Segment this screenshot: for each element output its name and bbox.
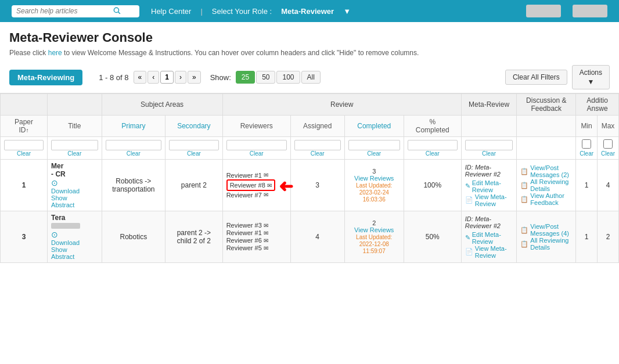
filter-secondary-input[interactable]	[169, 140, 219, 150]
filter-primary-clear[interactable]: Clear	[106, 150, 162, 157]
filter-metareview-clear[interactable]: Clear	[465, 150, 513, 157]
reviewer-item-3-2: Reviewer #1 ✉	[226, 229, 287, 236]
download-link-1[interactable]: Download	[51, 188, 80, 194]
title-icon-1: ⊙	[51, 178, 98, 188]
all-reviewing-details-3[interactable]: All Reviewing Details	[530, 237, 572, 251]
show-all-btn[interactable]: All	[301, 71, 321, 84]
cell-assigned-1: 3	[290, 160, 344, 211]
filter-metareview: Clear	[461, 137, 517, 160]
th-meta-review[interactable]	[461, 116, 517, 137]
table-row: 1 Mer- CR ⊙ Download Show Abstract Robot…	[1, 160, 619, 211]
col-group-discussion: Discussion & Feedback	[517, 94, 576, 116]
search-input[interactable]	[16, 7, 109, 15]
filter-min-clear[interactable]: Clear	[580, 150, 593, 157]
nav-separator: |	[200, 7, 202, 16]
view-post-msgs-3[interactable]: View/Post Messages (4)	[530, 223, 572, 237]
meta-view-3: 📄 View Meta-Review	[465, 245, 513, 259]
reviewer-highlighted-1-2: Reviewer #8 ✉	[226, 179, 275, 191]
reviewer-label-3-1: Reviewer #3	[226, 222, 262, 229]
filter-primary-input[interactable]	[106, 140, 162, 150]
view-author-feedback-1[interactable]: View Author Feedback	[530, 192, 572, 206]
filter-assigned-clear[interactable]: Clear	[294, 150, 341, 157]
reviewer-item-1-2: Reviewer #8 ✉ ➜	[226, 179, 287, 191]
th-reviewers[interactable]: Reviewers	[222, 116, 290, 137]
role-arrow: ▼	[343, 7, 351, 16]
th-assigned[interactable]: Assigned	[290, 116, 344, 137]
filter-metareview-input[interactable]	[465, 140, 513, 150]
reviewer-label-3-2: Reviewer #1	[226, 229, 262, 236]
clear-all-filters-btn[interactable]: Clear All Filters	[505, 70, 567, 85]
meta-view-1: 📄 View Meta-Review	[465, 193, 513, 207]
filter-completed: Clear	[344, 137, 404, 160]
th-percent[interactable]: %Completed	[404, 116, 461, 137]
th-completed[interactable]: Completed	[344, 116, 404, 137]
view-meta-link-1[interactable]: View Meta-Review	[475, 193, 513, 207]
edit-meta-link-1[interactable]: Edit Meta-Review	[472, 179, 513, 193]
envelope-icon-1-2[interactable]: ✉	[267, 182, 272, 189]
th-primary[interactable]: Primary	[102, 116, 165, 137]
envelope-icon-3-4[interactable]: ✉	[264, 245, 268, 251]
col-group-title	[48, 94, 102, 116]
th-title[interactable]: Title	[48, 116, 102, 137]
reviewer-item-1-3: Reviewer #7 ✉	[226, 192, 287, 199]
envelope-icon-1-3[interactable]: ✉	[264, 192, 268, 198]
view-meta-link-3[interactable]: View Meta-Review	[475, 245, 513, 259]
download-link-3[interactable]: Download	[51, 239, 80, 246]
first-page-btn[interactable]: «	[134, 71, 147, 84]
welcome-link[interactable]: here	[48, 49, 62, 57]
filter-assigned-input[interactable]	[294, 140, 341, 150]
filter-secondary: Clear	[165, 137, 223, 160]
filter-completed-input[interactable]	[348, 140, 400, 150]
envelope-icon-3-2[interactable]: ✉	[264, 230, 268, 236]
show-25-btn[interactable]: 25	[236, 71, 255, 84]
show-50-btn[interactable]: 50	[256, 71, 275, 84]
filter-title-input[interactable]	[51, 140, 98, 150]
abstract-link-3[interactable]: Abstract	[51, 253, 74, 260]
abstract-link-1[interactable]: Abstract	[51, 201, 74, 208]
show-link-3[interactable]: Show	[51, 246, 67, 253]
reviewer-label-3-3: Reviewer #6	[226, 237, 262, 244]
filter-completed-clear[interactable]: Clear	[348, 150, 400, 157]
actions-btn[interactable]: Actions ▼	[572, 65, 610, 89]
show-link-1[interactable]: Show	[51, 194, 67, 201]
envelope-icon-3-1[interactable]: ✉	[264, 222, 268, 229]
view-reviews-link-1[interactable]: View Reviews	[348, 175, 400, 182]
filter-percent-input[interactable]	[408, 140, 458, 150]
pagination-info: 1 - 8 of 8	[99, 73, 128, 82]
next-page-btn[interactable]: ›	[175, 71, 186, 84]
page-1-btn[interactable]: 1	[160, 71, 174, 84]
th-paper-id[interactable]: PaperID↑	[1, 116, 48, 137]
all-reviewing-details-1[interactable]: All Reviewing Details	[530, 178, 572, 192]
envelope-icon-3-3[interactable]: ✉	[264, 237, 268, 244]
show-100-btn[interactable]: 100	[276, 71, 300, 84]
filter-percent: Clear	[404, 137, 461, 160]
th-max[interactable]: Max	[598, 116, 619, 137]
filter-max-clear[interactable]: Clear	[601, 150, 615, 157]
col-group-review: Review	[222, 94, 461, 116]
filter-min-checkbox[interactable]	[582, 139, 591, 149]
search-button[interactable]	[113, 6, 121, 16]
meta-reviewing-tab[interactable]: Meta-Reviewing	[9, 70, 82, 85]
role-dropdown[interactable]: Meta-Reviewer	[281, 7, 334, 16]
msg-icon-1: 📋	[520, 168, 528, 175]
view-post-msgs-1[interactable]: View/Post Messages (2)	[530, 164, 572, 178]
show-buttons: 25 50 100 All	[236, 71, 321, 84]
th-disc-feedback[interactable]	[517, 116, 576, 137]
filter-paperid-clear[interactable]: Clear	[4, 150, 44, 157]
filter-reviewers-input[interactable]	[226, 140, 287, 150]
filter-paperid-input[interactable]	[4, 140, 44, 150]
prev-page-btn[interactable]: ‹	[147, 71, 159, 84]
help-center-link[interactable]: Help Center	[151, 7, 191, 16]
th-secondary[interactable]: Secondary	[165, 116, 223, 137]
edit-meta-link-3[interactable]: Edit Meta-Review	[472, 231, 513, 245]
th-min[interactable]: Min	[576, 116, 598, 137]
view-reviews-link-3[interactable]: View Reviews	[348, 226, 400, 233]
filter-reviewers-clear[interactable]: Clear	[226, 150, 287, 157]
filter-max-checkbox[interactable]	[603, 139, 613, 149]
filter-secondary-clear[interactable]: Clear	[169, 150, 219, 157]
list-icon-1: 📋	[520, 182, 528, 189]
last-page-btn[interactable]: »	[188, 71, 201, 84]
filter-title-clear[interactable]: Clear	[51, 150, 98, 157]
envelope-icon-1-1[interactable]: ✉	[264, 172, 268, 178]
filter-percent-clear[interactable]: Clear	[408, 150, 458, 157]
